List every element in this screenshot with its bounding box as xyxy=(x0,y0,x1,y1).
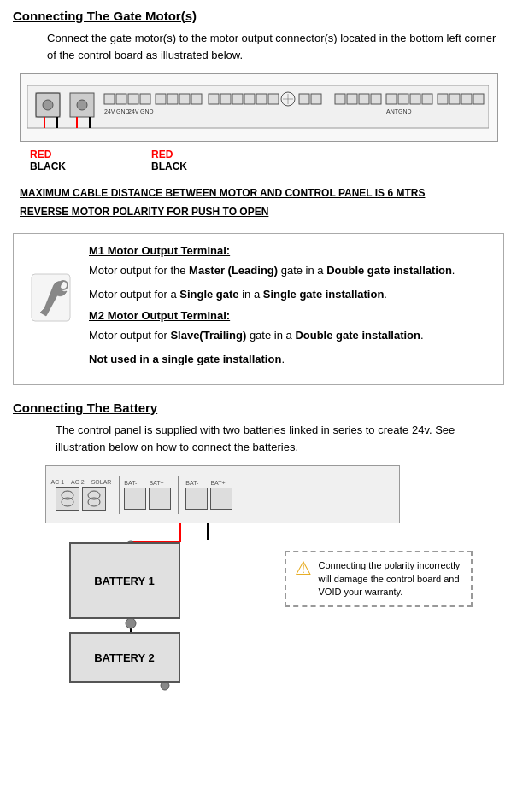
battery-section: Connecting The Battery The control panel… xyxy=(13,400,504,692)
m2-title: M2 Motor Output Terminal: xyxy=(89,309,490,322)
svg-text:24V: 24V xyxy=(128,108,139,114)
warning-triangle-icon: ⚠ xyxy=(295,559,312,578)
svg-rect-38 xyxy=(449,94,460,104)
battery-intro: The control panel is supplied with two b… xyxy=(56,422,504,455)
control-board-diagram: 24V GND 24V GND xyxy=(20,73,498,142)
svg-text:ANT: ANT xyxy=(386,108,399,114)
svg-text:GND: GND xyxy=(140,108,154,114)
svg-rect-31 xyxy=(359,94,369,104)
wire-label-left: RED BLACK xyxy=(30,149,66,172)
m2-description-2: Not used in a single gate installation. xyxy=(89,351,490,368)
svg-rect-12 xyxy=(179,94,190,104)
svg-rect-32 xyxy=(371,94,381,104)
right-black-label: BLACK xyxy=(151,161,187,172)
battery1-box: BATTERY 1 xyxy=(69,542,180,619)
svg-rect-9 xyxy=(140,94,150,104)
svg-rect-34 xyxy=(398,94,408,104)
battery2-label: BATTERY 2 xyxy=(94,651,155,664)
svg-rect-7 xyxy=(116,94,126,104)
gate-motor-title: Connecting The Gate Motor(s) xyxy=(13,9,504,23)
warning-box: MAXIMUM CABLE DISTANCE BETWEEN MOTOR AND… xyxy=(13,181,504,225)
m1-description-1: Motor output for the Master (Leading) ga… xyxy=(89,262,490,279)
svg-rect-11 xyxy=(167,94,178,104)
info-box-inner: M1 Motor Output Terminal: Motor output f… xyxy=(27,244,490,374)
svg-rect-37 xyxy=(438,94,448,104)
left-red-label: RED xyxy=(30,149,66,161)
svg-rect-23 xyxy=(299,94,309,104)
svg-rect-15 xyxy=(220,94,231,104)
m2-description-1: Motor output for Slave(Trailing) gate in… xyxy=(89,327,490,344)
battery2-box: BATTERY 2 xyxy=(69,632,180,683)
polarity-warning-text: Connecting the polarity incorrectly will… xyxy=(319,559,462,599)
gate-motor-section: Connecting The Gate Motor(s) Connect the… xyxy=(13,9,504,385)
svg-rect-6 xyxy=(104,94,115,104)
svg-point-3 xyxy=(43,100,53,110)
wire-label-right: RED BLACK xyxy=(151,149,187,172)
svg-text:GND: GND xyxy=(398,108,412,114)
battery-diagram: AC 1 AC 2 SOLAR xyxy=(45,465,473,692)
wire-labels-container: RED BLACK RED BLACK xyxy=(13,149,504,172)
svg-rect-0 xyxy=(27,85,489,128)
svg-rect-14 xyxy=(209,94,219,104)
battery-title: Connecting The Battery xyxy=(13,400,504,415)
svg-rect-19 xyxy=(268,94,279,104)
svg-rect-16 xyxy=(232,94,243,104)
wrench-icon xyxy=(27,270,79,330)
svg-point-5 xyxy=(77,100,87,110)
svg-rect-39 xyxy=(461,94,472,104)
gate-motor-intro: Connect the gate motor(s) to the motor o… xyxy=(47,30,504,63)
m1-title: M1 Motor Output Terminal: xyxy=(89,244,490,257)
m1-description-2: Motor output for a Single gate in a Sing… xyxy=(89,286,490,303)
board-svg: 24V GND 24V GND xyxy=(27,81,489,132)
svg-rect-10 xyxy=(156,94,166,104)
info-text-container: M1 Motor Output Terminal: Motor output f… xyxy=(89,244,490,374)
svg-rect-8 xyxy=(128,94,138,104)
battery1-label: BATTERY 1 xyxy=(94,575,155,587)
page-container: Connecting The Gate Motor(s) Connect the… xyxy=(0,0,517,700)
warning-line-2: REVERSE MOTOR POLARITY FOR PUSH TO OPEN xyxy=(20,203,497,222)
svg-rect-29 xyxy=(335,94,345,104)
svg-rect-17 xyxy=(244,94,255,104)
svg-rect-18 xyxy=(256,94,267,104)
svg-rect-36 xyxy=(422,94,432,104)
svg-rect-40 xyxy=(473,94,484,104)
motor-info-box: M1 Motor Output Terminal: Motor output f… xyxy=(13,233,504,385)
warning-line-1: MAXIMUM CABLE DISTANCE BETWEEN MOTOR AND… xyxy=(20,184,497,203)
svg-text:24V: 24V xyxy=(104,108,115,114)
svg-rect-13 xyxy=(191,94,202,104)
right-red-label: RED xyxy=(151,149,187,161)
svg-point-58 xyxy=(126,618,136,628)
svg-rect-30 xyxy=(347,94,357,104)
left-black-label: BLACK xyxy=(30,161,66,172)
svg-rect-24 xyxy=(311,94,321,104)
svg-rect-33 xyxy=(386,94,397,104)
polarity-warning-box: ⚠ Connecting the polarity incorrectly wi… xyxy=(285,551,473,607)
svg-rect-35 xyxy=(410,94,420,104)
